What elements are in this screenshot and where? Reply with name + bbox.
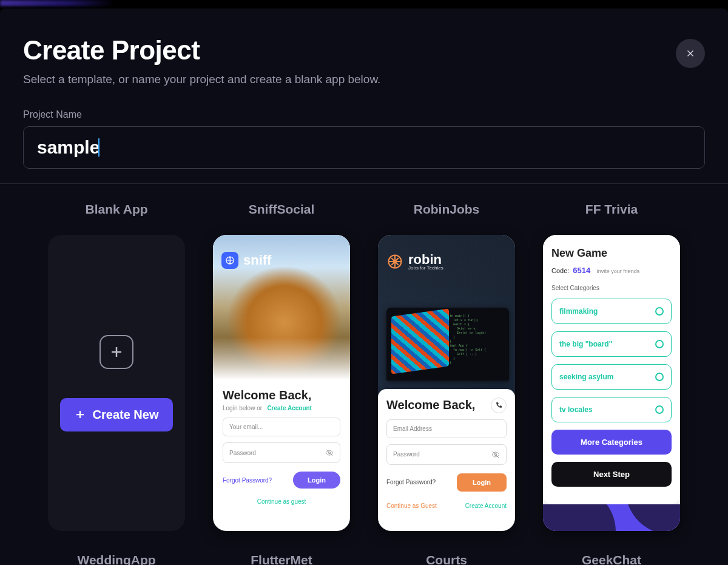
template-title-geekchat: GeekChat xyxy=(582,553,641,565)
trivia-more-categories-button[interactable]: More Categories xyxy=(551,430,672,455)
sniff-logo-text: sniff xyxy=(243,252,271,268)
template-title-courts: Courts xyxy=(426,553,467,565)
robin-forgot-password-link[interactable]: Forgot Password? xyxy=(386,479,436,485)
top-accent-bar xyxy=(0,0,115,6)
template-card-robin[interactable]: robin Jobs for Techies fn main() { let x… xyxy=(378,235,515,531)
trivia-select-label: Select Categories xyxy=(551,285,672,291)
template-title-blank: Blank App xyxy=(85,202,147,217)
close-button[interactable] xyxy=(676,39,705,68)
template-title-sniff: SniffSocial xyxy=(249,202,315,217)
trivia-wave-footer xyxy=(543,504,680,531)
trivia-content: New Game Code: 6514 Invite your friends … xyxy=(543,235,680,504)
robin-login-row: Forgot Password? Login xyxy=(386,473,507,492)
template-title-fluttermet: FlutterMet xyxy=(251,553,312,565)
robin-phone-button[interactable] xyxy=(491,398,507,413)
trivia-category-0[interactable]: filmmaking xyxy=(551,299,672,324)
trivia-category-label: the big "board" xyxy=(559,340,612,348)
close-icon xyxy=(685,48,696,59)
plus-icon xyxy=(109,345,124,359)
text-cursor xyxy=(98,138,99,157)
blank-app-card[interactable]: Create New xyxy=(48,235,185,531)
robin-password-placeholder: Password xyxy=(393,451,420,458)
sniff-hero-fade xyxy=(213,337,350,380)
sniff-login-button[interactable]: Login xyxy=(293,472,340,489)
trivia-category-label: tv locales xyxy=(559,405,593,414)
network-icon xyxy=(386,253,403,270)
robin-logo-row: robin Jobs for Techies xyxy=(386,252,443,271)
create-new-button[interactable]: Create New xyxy=(60,398,174,431)
robin-login-button[interactable]: Login xyxy=(457,473,507,492)
robin-email-input[interactable]: Email Address xyxy=(386,419,507,438)
radio-unchecked-icon xyxy=(655,340,664,348)
sniff-login-row: Forgot Password? Login xyxy=(223,472,340,489)
eye-off-icon xyxy=(491,450,500,459)
robin-create-account-link[interactable]: Create Account xyxy=(465,502,507,509)
robin-login-sheet: Welcome Back, Email Address Password xyxy=(378,389,515,531)
template-title-trivia: FF Trivia xyxy=(585,202,638,217)
project-name-value: sample xyxy=(37,137,99,158)
sniff-create-account-link[interactable]: Create Account xyxy=(267,405,312,411)
trivia-invite-link[interactable]: Invite your friends xyxy=(596,268,639,274)
robin-guest-link[interactable]: Continue as Guest xyxy=(386,502,437,509)
sniff-email-input[interactable]: Your email... xyxy=(223,418,340,436)
sniff-welcome-title: Welcome Back, xyxy=(223,388,340,402)
radio-unchecked-icon xyxy=(655,373,664,381)
sniff-logo-row: sniff xyxy=(221,252,271,269)
modal-subtitle: Select a template, or name your project … xyxy=(23,73,705,86)
template-title-wedding: WeddingApp xyxy=(77,553,155,565)
radio-unchecked-icon xyxy=(655,405,664,414)
eye-off-icon xyxy=(325,448,334,457)
sniff-hero: sniff xyxy=(213,235,350,380)
trivia-category-label: seeking asylum xyxy=(559,373,613,381)
template-title-robin: RobinJobs xyxy=(414,202,480,217)
trivia-code-row: Code: 6514 Invite your friends xyxy=(551,266,672,275)
template-card-sniff[interactable]: sniff Welcome Back, Login below or Creat… xyxy=(213,235,350,531)
project-name-label: Project Name xyxy=(23,109,705,120)
modal-title: Create Project xyxy=(23,35,705,66)
robin-monitor-code: fn main() { let x = run(); match x { Ok(… xyxy=(450,314,505,365)
trivia-category-2[interactable]: seeking asylum xyxy=(551,364,672,390)
plus-icon xyxy=(75,409,86,420)
trivia-code-value: 6514 xyxy=(573,266,590,275)
trivia-category-1[interactable]: the big "board" xyxy=(551,331,672,357)
robin-logo-badge xyxy=(386,253,403,270)
sniff-login-body: Welcome Back, Login below or Create Acco… xyxy=(213,380,350,511)
template-grid: Blank App Create New WeddingApp SniffSoc… xyxy=(23,184,705,565)
sniff-email-placeholder: Your email... xyxy=(229,424,263,430)
create-new-label: Create New xyxy=(93,408,159,422)
sniff-guest-link[interactable]: Continue as guest xyxy=(223,498,340,505)
plus-box xyxy=(99,335,133,369)
robin-monitor-art xyxy=(391,308,449,374)
trivia-category-3[interactable]: tv locales xyxy=(551,397,672,422)
trivia-next-step-button[interactable]: Next Step xyxy=(551,462,672,487)
trivia-code-label: Code: xyxy=(551,267,569,274)
robin-logo-sub: Jobs for Techies xyxy=(408,265,443,271)
robin-welcome-title: Welcome Back, xyxy=(386,398,475,412)
sniff-password-input[interactable]: Password xyxy=(223,442,340,463)
robin-password-input[interactable]: Password xyxy=(386,444,507,465)
robin-monitor: fn main() { let x = run(); match x { Ok(… xyxy=(386,308,509,381)
template-card-trivia[interactable]: New Game Code: 6514 Invite your friends … xyxy=(543,235,680,531)
phone-icon xyxy=(495,402,502,409)
sniff-forgot-password-link[interactable]: Forgot Password? xyxy=(223,477,272,484)
robin-email-placeholder: Email Address xyxy=(393,425,432,432)
sniff-login-sub: Login below or Create Account xyxy=(223,405,340,411)
trivia-category-label: filmmaking xyxy=(559,307,598,316)
robin-footer-links: Continue as Guest Create Account xyxy=(386,502,507,509)
sniff-password-placeholder: Password xyxy=(229,450,256,456)
globe-icon xyxy=(225,255,235,265)
radio-unchecked-icon xyxy=(655,307,664,316)
sniff-login-sub-prefix: Login below or xyxy=(223,405,262,411)
create-project-modal: Create Project Select a template, or nam… xyxy=(0,8,728,565)
project-name-input-wrap[interactable]: sample xyxy=(23,126,705,169)
trivia-heading: New Game xyxy=(551,247,672,260)
sniff-logo-badge xyxy=(221,252,238,269)
